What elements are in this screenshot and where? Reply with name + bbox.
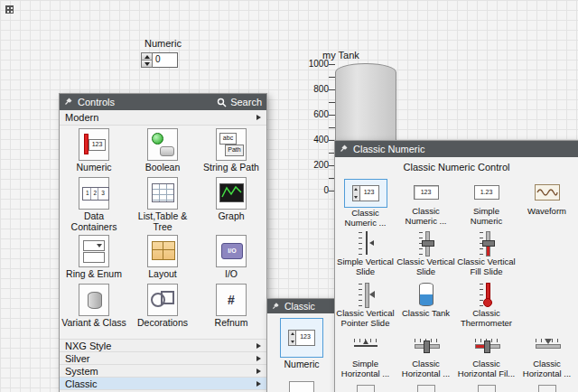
classic-numeric-grid: 123 Classic Numeric ... 123 Classic Nume… [335,177,578,392]
pointer-glyph [545,339,552,344]
down-arrow-icon [144,62,150,66]
classic-horizontal-slide-icon [413,331,440,359]
palette-item-classic-thermometer[interactable]: Classic Thermometer [456,279,517,330]
palette-item-list-table-tree[interactable]: List,Table & Tree [128,174,197,232]
palette-item-classic-vertical-fill-slide[interactable]: Classic Vertical Fill Slide [456,228,517,279]
path-glyph-text: Path [225,145,244,156]
palette-item-ring-enum[interactable]: Ring & Enum [60,232,128,281]
increment-button[interactable] [142,53,152,60]
palette-item-label: Numeric [284,359,319,370]
palette-item-variant-class[interactable]: Variant & Class [60,281,128,339]
palette-item-classic-horizontal-slide[interactable]: Classic Horizontal ... [396,330,456,382]
spinner-glyph [289,331,296,345]
category-label: Silver [65,353,90,364]
data-containers-icon: 123 [79,177,109,210]
palette-item-data-containers[interactable]: 123 Data Containers [60,174,128,232]
palette-item-classic-horizontal-fill-slide[interactable]: Classic Horizontal Fil... [456,330,517,382]
classic-tank-icon [419,283,434,306]
partial-row [335,382,578,392]
palette-item-label: Data Containers [61,211,127,232]
palette-item-classic-vertical-pointer-slide[interactable]: Classic Vertical Pointer Slide [335,279,396,330]
palette-item-label: Layout [148,269,177,280]
slide-pointer [369,240,374,246]
graph-icon [216,177,247,210]
numeric-control-label: Numeric [144,38,194,49]
category-modern[interactable]: Modern [60,110,266,126]
numeric-control[interactable]: 0 [141,52,194,68]
palette-item-classic-vertical-slide[interactable]: Classic Vertical Slide [396,228,456,279]
pointer-glyph [369,291,375,298]
tick-marks [359,284,362,306]
palette-item-waveform[interactable]: Waveform [517,177,577,228]
palette-item-simple-vertical-slide[interactable]: Simple Vertical Slide [335,228,396,279]
controls-palette-titlebar[interactable]: Controls Search [60,94,266,110]
numeric-spinner[interactable] [141,52,153,68]
enum-glyph [83,252,105,263]
palette-item-classic-numeric-indicator[interactable]: 123 Classic Numeric ... [396,177,456,228]
partial-item-icon [517,382,577,392]
slide-track [366,231,368,255]
palette-item-classic-tank[interactable]: Classic Tank [396,279,456,330]
selected-item-box: 123 [280,318,323,358]
pin-icon[interactable] [272,301,280,312]
submenu-arrow-icon [256,343,261,349]
abc-glyph-text: abc [219,133,237,145]
partial-item-icon [335,382,396,392]
submenu-arrow-icon [256,369,261,374]
classic-vertical-slide-icon [413,229,440,257]
palette-item-io[interactable]: I/O I/O [197,232,266,281]
palette-item-label: Classic Vertical Fill Slide [457,257,517,276]
classic-numeric-palette: Classic Numeric Classic Numeric Control … [334,140,578,392]
slide-thumb [422,240,434,247]
palette-item-classic-numeric-control[interactable]: 123 Classic Numeric ... [335,177,396,228]
palette-item-label: Classic Horizontal ... [517,359,577,378]
classic-horizontal-fill-slide-icon [473,331,500,359]
category-silver[interactable]: Silver [60,351,266,364]
palette-item-simple-numeric[interactable]: 1.23 Simple Numeric [456,177,517,228]
boolean-icon [147,128,178,161]
category-modern-label: Modern [65,112,98,123]
palette-item-boolean[interactable]: Boolean [128,126,197,174]
palette-item-label: Decorations [137,318,188,329]
classic-numeric-titlebar[interactable]: Classic Numeric [335,141,578,157]
submenu-arrow-icon [256,381,261,387]
category-classic[interactable]: Classic [60,377,266,389]
refnum-icon: # [216,284,247,316]
tank-scale-label: 1000 [304,59,329,69]
palette-item-classic-horizontal-pointer-slide[interactable]: Classic Horizontal ... [517,330,577,382]
classic-thermometer-icon [473,281,500,308]
button-glyph [160,146,174,156]
palette-item-layout[interactable]: Layout [128,232,197,281]
palette-item-numeric[interactable]: 123 Numeric [60,126,128,174]
classic-palette-titlebar[interactable]: Classic [267,299,336,313]
numeric-value-field[interactable]: 0 [153,52,178,68]
labview-front-panel: Numeric 0 my Tank 1000 800 600 400 200 0… [0,0,578,392]
graph-screen-glyph [219,183,244,202]
tank-scale-label: 200 [304,160,329,170]
palette-item-label: Waveform [527,207,566,217]
partial-item-icon [456,382,517,392]
decrement-button[interactable] [142,60,152,67]
category-nxg-style[interactable]: NXG Style [60,339,266,351]
string-path-icon: abc Path [216,128,247,161]
variant-class-icon [79,284,109,316]
palette-item-simple-horizontal-slide[interactable]: Simple Horizontal ... [335,330,396,382]
category-system[interactable]: System [60,364,266,377]
palette-item-classic-numeric[interactable]: 123 Numeric [280,313,323,370]
palette-item-refnum[interactable]: # Refnum [197,281,266,339]
numeric-glyph-text: 123 [360,186,378,201]
palette-item-graph[interactable]: Graph [197,174,266,232]
palette-search-button[interactable]: Search [217,97,262,107]
pin-icon[interactable] [340,144,349,154]
palette-item-string-path[interactable]: abc Path String & Path [197,126,266,174]
pin-icon[interactable] [64,97,73,107]
palette-item-label: Classic Vertical Slide [396,257,456,276]
numeric-control-group: Numeric 0 [131,38,194,68]
numeric-icon: 123 [79,128,109,161]
classic-numeric-indicator-icon: 123 [414,185,439,200]
simple-numeric-icon: 1.23 [474,185,499,200]
palette-item-decorations[interactable]: Decorations [128,281,197,339]
led-glyph [152,133,163,145]
palette-item-label: Classic Vertical Pointer Slide [336,309,396,328]
selected-item-box: 123 [344,179,387,208]
